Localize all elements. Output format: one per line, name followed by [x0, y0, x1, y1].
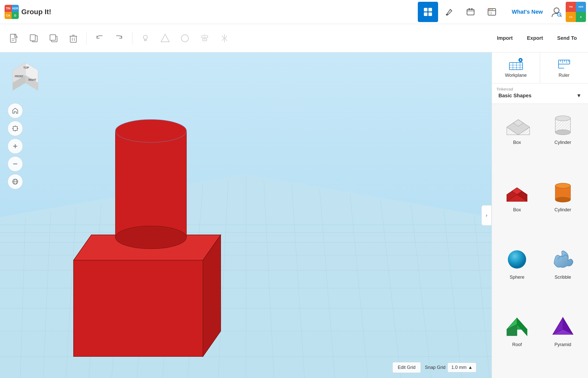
delete-button[interactable]	[64, 29, 82, 47]
top-navigation: TIN KER CA D Group It!	[0, 0, 588, 24]
duplicate-button[interactable]	[45, 29, 62, 47]
shape-cylinder-gray[interactable]: Cylinder	[542, 108, 584, 171]
svg-text:TOP: TOP	[23, 66, 29, 69]
shape-sphere-blue-label: Sphere	[510, 275, 524, 280]
ruler-icon	[557, 58, 572, 71]
svg-line-4	[450, 9, 452, 11]
svg-point-71	[115, 120, 186, 142]
shape-box-red-icon	[502, 179, 532, 205]
fit-view-button[interactable]	[8, 121, 23, 136]
copy-button[interactable]	[25, 29, 43, 47]
panel-collapse-button[interactable]: ›	[481, 205, 492, 225]
svg-rect-7	[469, 8, 470, 10]
shape-button[interactable]	[156, 29, 174, 47]
nav-projects-button[interactable]	[460, 2, 481, 22]
chevron-right-icon: ›	[486, 212, 488, 218]
snap-grid-arrow-icon: ▲	[468, 365, 473, 370]
shapes-dropdown[interactable]: Basic Shapes ▼	[496, 91, 583, 100]
snap-grid-area: Snap Grid 1.0 mm ▲	[425, 363, 476, 372]
toolbar: Import Export Send To	[0, 24, 588, 52]
logo-area: TIN KER CA D Group It!	[0, 5, 56, 19]
logo-d: D	[12, 12, 19, 19]
svg-point-129	[508, 250, 526, 269]
snap-grid-label: Snap Grid	[425, 365, 445, 370]
svg-rect-3	[428, 12, 432, 16]
svg-rect-92	[509, 63, 523, 70]
whats-new-button[interactable]: What's New	[507, 9, 547, 15]
snap-grid-value-text: 1.0 mm	[451, 365, 466, 370]
tinkercad-logo-right: TIN KER CA D	[566, 2, 586, 22]
nav-code-button[interactable]: { }	[482, 2, 502, 22]
view-cube-svg: TOP FRONT RIGHT	[8, 60, 43, 96]
align-button[interactable]	[196, 29, 214, 47]
align-icon	[200, 33, 210, 43]
edit-grid-button[interactable]: Edit Grid	[392, 362, 421, 373]
code-icon: { }	[487, 7, 496, 16]
toolbar-sep-2	[132, 32, 132, 45]
user-profile-button[interactable]: +	[547, 3, 566, 21]
view-cube[interactable]: TOP FRONT RIGHT	[8, 60, 43, 96]
shape-box-gray-icon	[502, 112, 532, 137]
redo-icon	[114, 33, 124, 43]
shape-sphere-blue[interactable]: Sphere	[496, 243, 538, 306]
shape-box-red-label: Box	[513, 207, 521, 213]
shape-scribble[interactable]: Scribble	[542, 243, 584, 306]
snap-grid-value[interactable]: 1.0 mm ▲	[447, 363, 476, 372]
shape-cylinder-orange[interactable]: Cylinder	[542, 176, 584, 239]
light-icon	[140, 33, 150, 43]
mirror-icon	[219, 33, 230, 43]
main-area: TOP FRONT RIGHT	[0, 52, 588, 378]
nav-tools-button[interactable]	[439, 2, 459, 22]
workplane-label: Workplane	[505, 73, 527, 78]
duplicate-icon	[48, 33, 59, 43]
shape-box-gray-label: Box	[513, 140, 521, 145]
user-icon: +	[550, 6, 563, 18]
import-button[interactable]: Import	[491, 31, 519, 45]
tools-icon	[445, 7, 454, 16]
home-icon	[12, 107, 19, 114]
redo-button[interactable]	[110, 29, 128, 47]
logo-tin: TIN	[5, 5, 12, 12]
zoom-in-button[interactable]	[8, 139, 23, 154]
svg-text:+: +	[558, 13, 560, 16]
nav-grid-view-button[interactable]	[418, 2, 438, 22]
undo-button[interactable]	[91, 29, 108, 47]
shapes-dropdown-label: Basic Shapes	[498, 93, 531, 99]
workplane-icon	[508, 58, 524, 71]
logo-ker: KER	[12, 5, 19, 12]
svg-rect-2	[424, 12, 427, 16]
light-button[interactable]	[136, 29, 154, 47]
ruler-button[interactable]: Ruler	[540, 52, 588, 83]
shape-icon	[160, 33, 170, 43]
send-to-button[interactable]: Send To	[551, 31, 583, 45]
3d-viewport[interactable]: TOP FRONT RIGHT	[0, 52, 492, 378]
export-button[interactable]: Export	[521, 31, 549, 45]
perspective-button[interactable]	[8, 174, 23, 189]
logo-ca: CA	[5, 12, 12, 19]
svg-point-32	[181, 35, 188, 42]
svg-point-15	[554, 8, 559, 13]
shape-box-red[interactable]: Box	[496, 176, 538, 239]
right-panel: Workplane Ruler	[492, 52, 588, 378]
svg-rect-101	[559, 60, 570, 64]
workplane-button[interactable]: Workplane	[492, 52, 540, 83]
shape-pyramid-purple-icon	[548, 314, 578, 339]
mirror-button[interactable]	[216, 29, 233, 47]
circle-icon	[180, 33, 190, 43]
shape-box-gray[interactable]: Box	[496, 108, 538, 171]
svg-rect-22	[30, 35, 35, 41]
shape-sphere-blue-icon	[502, 247, 532, 272]
new-button[interactable]	[5, 29, 23, 47]
home-view-button[interactable]	[8, 103, 23, 118]
svg-point-116	[555, 116, 570, 121]
svg-text:FRONT: FRONT	[15, 75, 23, 78]
shape-cylinder-orange-icon	[548, 179, 578, 205]
shapes-category-label: Tinkercad	[496, 87, 583, 91]
zoom-out-button[interactable]	[8, 156, 23, 172]
shape-roof-green-icon	[502, 314, 532, 339]
shape-cylinder-gray-label: Cylinder	[555, 140, 571, 145]
projects-icon	[466, 7, 475, 16]
shape-pyramid-purple[interactable]: Pyramid	[542, 311, 584, 373]
shape-roof-green[interactable]: Roof	[496, 311, 538, 373]
circle-button[interactable]	[176, 29, 194, 47]
